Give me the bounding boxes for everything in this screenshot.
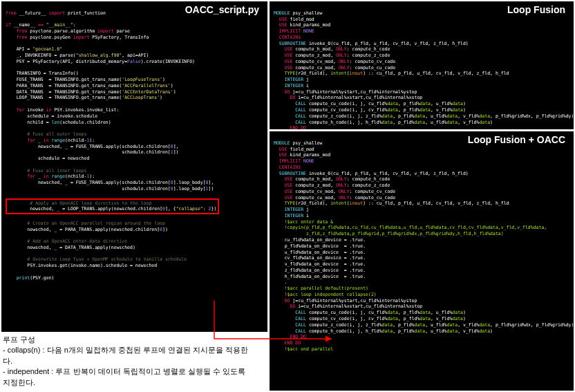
code-tr: MODULE psy_shallow USE field_mod USE kin… [270, 1, 574, 129]
code-panel-left: OACC_script.py from __future__ import pr… [1, 1, 267, 332]
code-left: from __future__ import print_function if… [1, 1, 267, 283]
panel-title-br: Loop Fusion + OACC [468, 134, 565, 145]
annotation-heading: 루프 구성 [3, 335, 252, 345]
annotation-item2: - independent : 루프 반복이 데이터 독립적이고 병렬로 실행될… [3, 366, 252, 388]
panel-title-left: OACC_script.py [185, 4, 259, 15]
code-br: MODULE psy_shallow USE field_mod USE kin… [270, 131, 574, 355]
annotation-item1: - collaps(n) : 다음 n개의 밀접하게 중첩된 루프에 연결된 지… [3, 345, 252, 366]
code-panel-bottom-right: Loop Fusion + OACC MODULE psy_shallow US… [270, 131, 574, 391]
code-panel-top-right: Loop Fusion MODULE psy_shallow USE field… [270, 1, 574, 129]
highlighted-code: # Apply an OpenACC loop directive to the… [6, 198, 219, 215]
panel-title-tr: Loop Fusion [507, 4, 565, 15]
annotation-block: 루프 구성 - collaps(n) : 다음 n개의 밀접하게 중첩된 루프에… [3, 335, 252, 388]
